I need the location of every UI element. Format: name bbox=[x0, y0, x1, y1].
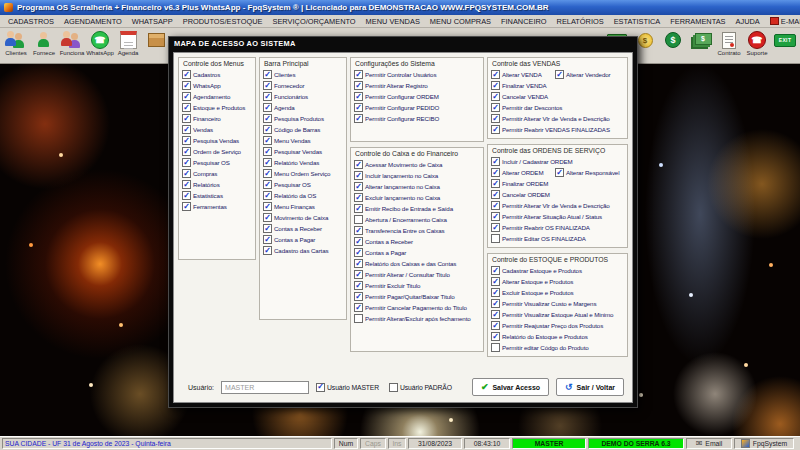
status-fpqsystem[interactable]: FpqSystem bbox=[734, 438, 794, 449]
checkbox-menu-finan-as[interactable]: ✓Menu Finanças bbox=[263, 202, 315, 211]
checkbox-permitir-editar-os-finalizada[interactable]: Permitir Editar OS FINALIZADA bbox=[491, 234, 586, 243]
checkbox-finalizar-ordem[interactable]: ✓Finalizar ORDEM bbox=[491, 179, 548, 188]
checkbox-usu-rio-padr-o[interactable]: Usuário PADRÃO bbox=[389, 383, 452, 392]
checkbox-abertura-encerramento-caixa[interactable]: Abertura / Encerramento Caixa bbox=[354, 215, 447, 224]
checkbox-contas-a-pagar[interactable]: ✓Contas a Pagar bbox=[263, 235, 315, 244]
checkbox-permitir-excluir-titulo[interactable]: ✓Permitir Excluir Titulo bbox=[354, 281, 420, 290]
checkbox-transferencia-entre-os-caixas[interactable]: ✓Transferencia Entre os Caixas bbox=[354, 226, 445, 235]
toolbar-agenda[interactable]: Agenda bbox=[114, 28, 142, 62]
menu-item-cadastros[interactable]: CADASTROS bbox=[3, 17, 59, 26]
checkbox-pesquisar-vendas[interactable]: ✓Pesquisar Vendas bbox=[263, 147, 322, 156]
menu-item-ajuda[interactable]: AJUDA bbox=[731, 17, 765, 26]
checkbox-permitir-configurar-ordem[interactable]: ✓Permitir Configurar ORDEM bbox=[354, 92, 439, 101]
menu-item-estatistica[interactable]: ESTATISTICA bbox=[609, 17, 666, 26]
checkbox-alterar-lan-amento-no-caixa[interactable]: ✓Alterar lançamento no Caixa bbox=[354, 182, 440, 191]
checkbox-cadastro-das-cartas[interactable]: ✓Cadastro das Cartas bbox=[263, 246, 328, 255]
checkbox-ferramentas[interactable]: ✓Ferramentas bbox=[182, 202, 227, 211]
checkbox-alterar-vendedor[interactable]: ✓Alterar Vendedor bbox=[555, 70, 611, 79]
checkbox-permitir-cancelar-pagamento-do-titulo[interactable]: ✓Permitir Cancelar Pagamento do Titulo bbox=[354, 303, 467, 312]
checkbox-vendas[interactable]: ✓Vendas bbox=[182, 125, 213, 134]
menu-item-menu-compras[interactable]: MENU COMPRAS bbox=[425, 17, 496, 26]
toolbar-dinheiro[interactable]: $ bbox=[687, 28, 715, 62]
checkbox-cancelar-ordem[interactable]: ✓Cancelar ORDEM bbox=[491, 190, 550, 199]
checkbox-contas-a-receber[interactable]: ✓Contas a Receber bbox=[263, 224, 322, 233]
checkbox-ordem-de-servi-o[interactable]: ✓Ordem de Serviço bbox=[182, 147, 241, 156]
checkbox-pesquisar-os[interactable]: ✓Pesquisar OS bbox=[182, 158, 230, 167]
checkbox-relat-rio-vendas[interactable]: ✓Relatório Vendas bbox=[263, 158, 319, 167]
checkbox-permitir-dar-descontos[interactable]: ✓Permitir dar Descontos bbox=[491, 103, 562, 112]
status-email[interactable]: ✉Email bbox=[686, 438, 732, 449]
toolbar-fornecedor[interactable]: Fornece bbox=[30, 28, 58, 62]
checkbox-permitir-alterar-registro[interactable]: ✓Permitir Alterar Registro bbox=[354, 81, 428, 90]
toolbar-sair[interactable]: EXIT bbox=[771, 28, 799, 62]
checkbox-permitir-alterar-consultar-titulo[interactable]: ✓Permitir Alterar / Consultar Titulo bbox=[354, 270, 450, 279]
toolbar-produtos[interactable] bbox=[142, 28, 170, 62]
checkbox-contas-a-pagar[interactable]: ✓Contas a Pagar bbox=[354, 248, 406, 257]
menu-item-servi-o-or-amento[interactable]: SERVIÇO/ORÇAMENTO bbox=[268, 17, 361, 26]
menu-item-menu-vendas[interactable]: MENU VENDAS bbox=[361, 17, 425, 26]
checkbox-incluir-cadastrar-ordem[interactable]: ✓Incluir / Cadastrar ORDEM bbox=[491, 157, 573, 166]
checkbox-acessar-movimento-de-caixa[interactable]: ✓Acessar Movimento de Caixa bbox=[354, 160, 442, 169]
toolbar-financeiro[interactable]: $ bbox=[659, 28, 687, 62]
checkbox-cancelar-venda[interactable]: ✓Cancelar VENDA bbox=[491, 92, 548, 101]
checkbox-compras[interactable]: ✓Compras bbox=[182, 169, 217, 178]
checkbox-permitir-configurar-recibo[interactable]: ✓Permitir Configurar RECIBO bbox=[354, 114, 439, 123]
checkbox-finalizar-venda[interactable]: ✓Finalizar VENDA bbox=[491, 81, 547, 90]
checkbox-permitir-editar-c-dgo-do-produto[interactable]: Permitir editar Códgo do Produto bbox=[491, 343, 589, 352]
menu-item-e-mail[interactable]: E-MAIL bbox=[765, 17, 800, 26]
checkbox-permitir-pagar-quitar-baixar-titulo[interactable]: ✓Permitir Pagar/Quitar/Baixar Titulo bbox=[354, 292, 455, 301]
toolbar-suporte[interactable]: ☎Suporte bbox=[743, 28, 771, 62]
checkbox-cadastros[interactable]: ✓Cadastros bbox=[182, 70, 220, 79]
checkbox-pesquisa-produtos[interactable]: ✓Pesquisa Produtos bbox=[263, 114, 324, 123]
save-access-button[interactable]: ✔ Salvar Acesso bbox=[472, 378, 549, 396]
checkbox-permitir-alterar-excluir-ap-s-fechamento[interactable]: Permitir Alterar/Excluir após fechamento bbox=[354, 314, 471, 323]
checkbox-clientes[interactable]: ✓Clientes bbox=[263, 70, 295, 79]
toolbar-clientes[interactable]: Clientes bbox=[2, 28, 30, 62]
menu-item-whatsapp[interactable]: WHATSAPP bbox=[127, 17, 178, 26]
checkbox-relat-rios[interactable]: ✓Relatórios bbox=[182, 180, 220, 189]
checkbox-menu-ordem-servi-o[interactable]: ✓Menu Ordem Serviço bbox=[263, 169, 330, 178]
checkbox-estoque-e-produtos[interactable]: ✓Estoque e Produtos bbox=[182, 103, 245, 112]
checkbox-relat-rio-da-os[interactable]: ✓Relatório da OS bbox=[263, 191, 316, 200]
checkbox-agenda[interactable]: ✓Agenda bbox=[263, 103, 295, 112]
checkbox-permitir-visualizar-estoque-atual-e-minimo[interactable]: ✓Permitir Visualizar Estoque Atual e Min… bbox=[491, 310, 613, 319]
checkbox-alterar-venda[interactable]: ✓Alterar VENDA bbox=[491, 70, 555, 79]
checkbox-incluir-lan-amento-no-caixa[interactable]: ✓Incluir lançamento no Caixa bbox=[354, 171, 438, 180]
checkbox-permitir-alterar-situa-o-atual-status[interactable]: ✓Permitir Alterar Situação Atual / Statu… bbox=[491, 212, 602, 221]
checkbox-relat-rio-dos-caixas-e-das-contas[interactable]: ✓Relatório dos Caixas e das Contas bbox=[354, 259, 456, 268]
checkbox-alterar-respons-vel[interactable]: ✓Alterar Responsável bbox=[555, 168, 619, 177]
exit-back-button[interactable]: ↺ Sair / Voltar bbox=[556, 378, 624, 396]
checkbox-permitir-alterar-vlr-de-venda-e-descri-o[interactable]: ✓Permitir Alterar Vlr de Venda e Descriç… bbox=[491, 114, 610, 123]
menu-item-agendamento[interactable]: AGENDAMENTO bbox=[59, 17, 127, 26]
checkbox-emitir-recibo-de-entrada-e-sa-da[interactable]: ✓Emitir Recibo de Entrada e Saída bbox=[354, 204, 453, 213]
menu-item-produtos-estoque[interactable]: PRODUTOS/ESTOQUE bbox=[178, 17, 268, 26]
checkbox-pesquisa-vendas[interactable]: ✓Pesquisa Vendas bbox=[182, 136, 239, 145]
checkbox-permitir-reabrir-os-finalizada[interactable]: ✓Permitir Reabrir OS FINALIZADA bbox=[491, 223, 590, 232]
toolbar-funcionario[interactable]: Funciona bbox=[58, 28, 86, 62]
menu-item-ferramentas[interactable]: FERRAMENTAS bbox=[665, 17, 730, 26]
menu-item-relat-rios[interactable]: RELATÓRIOS bbox=[552, 17, 609, 26]
checkbox-fornecedor[interactable]: ✓Fornecedor bbox=[263, 81, 304, 90]
checkbox-cadastrar-estoque-e-produtos[interactable]: ✓Cadastrar Estoque e Produtos bbox=[491, 266, 582, 275]
toolbar-contrato[interactable]: Contrato bbox=[715, 28, 743, 62]
checkbox-relat-rio-do-estoque-e-produtos[interactable]: ✓Relatório do Estoque e Produtos bbox=[491, 332, 588, 341]
checkbox-movimento-de-caixa[interactable]: ✓Movimento de Caixa bbox=[263, 213, 328, 222]
checkbox-permitir-reajustar-pre-o-dos-produtos[interactable]: ✓Permitir Reajustar Preço dos Produtos bbox=[491, 321, 603, 330]
checkbox-funcion-rios[interactable]: ✓Funcionários bbox=[263, 92, 308, 101]
checkbox-contas-a-receber[interactable]: ✓Contas a Receber bbox=[354, 237, 413, 246]
checkbox-alterar-ordem[interactable]: ✓Alterar ORDEM bbox=[491, 168, 555, 177]
checkbox-permitir-controlar-usu-rios[interactable]: ✓Permitir Controlar Usuários bbox=[354, 70, 436, 79]
checkbox-whatsapp[interactable]: ✓WhatsApp bbox=[182, 81, 221, 90]
checkbox-financeiro[interactable]: ✓Financeiro bbox=[182, 114, 221, 123]
checkbox-permitir-reabrir-vendas-finalizadas[interactable]: ✓Permitir Reabrir VENDAS FINALIZADAS bbox=[491, 125, 610, 134]
checkbox-usu-rio-master[interactable]: ✓Usuário MASTER bbox=[316, 383, 379, 392]
checkbox-c-digo-de-barras[interactable]: ✓Código de Barras bbox=[263, 125, 320, 134]
checkbox-permitir-visualizar-custo-e-margens[interactable]: ✓Permitir Visualizar Custo e Margens bbox=[491, 299, 596, 308]
checkbox-alterar-estoque-e-produtos[interactable]: ✓Alterar Estoque e Produtos bbox=[491, 277, 573, 286]
toolbar-whatsapp[interactable]: ☎WhatsApp bbox=[86, 28, 114, 62]
checkbox-pesquisar-os[interactable]: ✓Pesquisar OS bbox=[263, 180, 311, 189]
checkbox-permitir-alterar-vlr-de-venda-e-descri-o[interactable]: ✓Permitir Alterar Vlr de Venda e Descriç… bbox=[491, 201, 610, 210]
checkbox-permitir-configurar-pedido[interactable]: ✓Permitir Configurar PEDIDO bbox=[354, 103, 439, 112]
checkbox-excluir-estoque-e-produtos[interactable]: ✓Excluir Estoque e Produtos bbox=[491, 288, 574, 297]
checkbox-menu-vendas[interactable]: ✓Menu Vendas bbox=[263, 136, 311, 145]
